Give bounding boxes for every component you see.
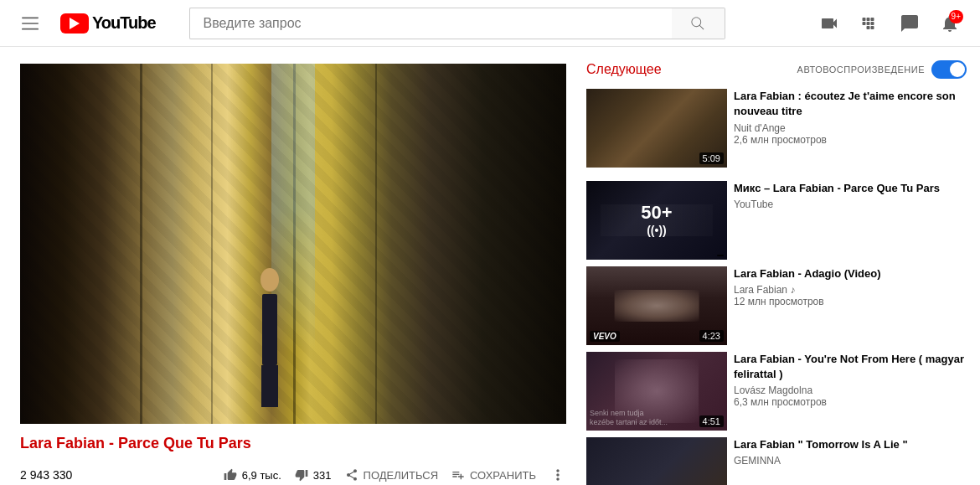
thumb-2-duration: 4:51: [699, 415, 724, 427]
logo-text: YouTube: [92, 13, 156, 33]
messages-button[interactable]: [893, 7, 926, 40]
video-item-info-3: Lara Fabian " Tomorrow Is A Lie " GEMINN…: [734, 437, 967, 485]
next-label: Следующее: [586, 62, 662, 77]
video-item-title-3: Lara Fabian " Tomorrow Is A Lie ": [734, 437, 967, 452]
video-title: Lara Fabian - Parce Que Tu Pars: [20, 434, 566, 453]
save-button[interactable]: СОХРАНИТЬ: [451, 462, 536, 485]
sidebar-video-item-0[interactable]: 50+ ((•)) Микс – Lara Fabian - Parce Que…: [586, 181, 967, 260]
logo[interactable]: YouTube: [60, 13, 156, 34]
save-label: СОХРАНИТЬ: [470, 469, 536, 482]
header-right: 9+: [812, 7, 967, 40]
thumb-1-duration: 4:23: [699, 330, 724, 342]
video-item-views-1: 12 млн просмотров: [734, 296, 967, 307]
video-section: Lara Fabian - Parce Que Tu Pars 2 943 33…: [0, 47, 586, 485]
autoplay-label: АВТОВОСПРОИЗВЕДЕНИЕ: [797, 64, 925, 75]
thumb-3: [586, 437, 727, 485]
sidebar-video-item-1[interactable]: VEVO 4:23 Lara Fabian - Adagio (Video) L…: [586, 266, 967, 345]
featured-title: Lara Fabian : écoutez Je t'aime encore s…: [734, 89, 967, 119]
featured-thumb: 5:09: [586, 89, 727, 168]
like-count: 6,9 тыс.: [242, 469, 281, 482]
search-input[interactable]: [189, 8, 672, 39]
video-item-title-0: Микс – Lara Fabian - Parce Que Tu Pars: [734, 181, 967, 196]
featured-duration: 5:09: [699, 152, 724, 164]
video-scene: [20, 64, 566, 424]
notifications-button[interactable]: 9+: [933, 7, 967, 40]
autoplay-area: АВТОВОСПРОИЗВЕДЕНИЕ: [797, 60, 967, 79]
sidebar: Следующее АВТОВОСПРОИЗВЕДЕНИЕ 5:09 Lara …: [586, 47, 980, 485]
thumb-0: 50+ ((•)): [586, 181, 727, 260]
video-item-info-1: Lara Fabian - Adagio (Video) Lara Fabian…: [734, 266, 967, 345]
hamburger-menu[interactable]: [13, 7, 47, 40]
like-button[interactable]: 6,9 тыс.: [224, 462, 281, 485]
dislike-button[interactable]: 331: [295, 462, 332, 485]
youtube-logo-icon: [60, 13, 89, 34]
stat-actions: 6,9 тыс. 331 ПОДЕЛИТЬСЯ СОХРАНИТЬ: [224, 460, 566, 485]
sidebar-video-item-2[interactable]: Senki nem tudjakezébe tartani az időt...…: [586, 352, 967, 431]
thumb-0-duration: [717, 255, 724, 256]
main-content: Lara Fabian - Parce Que Tu Pars 2 943 33…: [0, 47, 980, 485]
sidebar-header: Следующее АВТОВОСПРОИЗВЕДЕНИЕ: [586, 60, 967, 79]
video-item-channel-1: Lara Fabian ♪: [734, 284, 967, 296]
thumb-2: Senki nem tudjakezébe tartani az időt...…: [586, 352, 727, 431]
video-figure: [260, 268, 279, 407]
svg-rect-0: [22, 17, 39, 18]
video-item-title-1: Lara Fabian - Adagio (Video): [734, 266, 967, 281]
autoplay-toggle[interactable]: [931, 60, 967, 79]
sidebar-video-item-3[interactable]: Lara Fabian " Tomorrow Is A Lie " GEMINN…: [586, 437, 967, 485]
header: YouTube 9+: [0, 0, 980, 47]
featured-info: Lara Fabian : écoutez Je t'aime encore s…: [734, 89, 967, 168]
svg-rect-1: [22, 23, 39, 24]
featured-views: 2,6 млн просмотров: [734, 134, 967, 146]
view-count: 2 943 330: [20, 468, 72, 482]
video-item-channel-2: Lovász Magdolna: [734, 384, 967, 396]
video-item-views-2: 6,3 млн просмотров: [734, 396, 967, 408]
dislike-count: 331: [313, 469, 332, 482]
search-button[interactable]: [672, 8, 725, 39]
video-item-channel-3: GEMINNA: [734, 455, 967, 467]
featured-channel: Nuit d'Ange: [734, 122, 967, 134]
video-stats: 2 943 330 6,9 тыс. 331 ПОДЕЛИТЬСЯ СОХРАН…: [20, 460, 566, 485]
search-bar: [189, 8, 725, 39]
thumb-1: VEVO 4:23: [586, 266, 727, 345]
video-item-channel-0: YouTube: [734, 199, 967, 210]
apps-button[interactable]: [853, 7, 886, 40]
video-item-info-2: Lara Fabian - You're Not From Here ( mag…: [734, 352, 967, 431]
header-left: YouTube: [13, 7, 156, 40]
svg-rect-2: [22, 28, 39, 29]
share-button[interactable]: ПОДЕЛИТЬСЯ: [345, 462, 438, 485]
upload-button[interactable]: [812, 7, 846, 40]
more-button[interactable]: [549, 460, 566, 485]
video-item-title-2: Lara Fabian - You're Not From Here ( mag…: [734, 352, 967, 382]
vevo-badge: VEVO: [590, 331, 620, 342]
video-player[interactable]: [20, 64, 566, 424]
video-item-info-0: Микс – Lara Fabian - Parce Que Tu Pars Y…: [734, 181, 967, 260]
notification-badge: 9+: [949, 10, 963, 23]
share-label: ПОДЕЛИТЬСЯ: [364, 469, 438, 482]
featured-video[interactable]: 5:09 Lara Fabian : écoutez Je t'aime enc…: [586, 89, 967, 174]
